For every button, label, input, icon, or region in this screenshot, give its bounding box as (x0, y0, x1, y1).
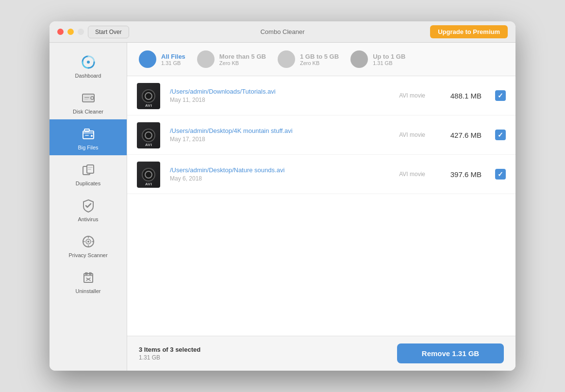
filter-circle-5gb (197, 50, 215, 68)
sidebar: Dashboard Disk Cleaner (50, 43, 127, 371)
file-checkbox[interactable]: ✓ (495, 90, 506, 101)
duplicates-icon (80, 161, 97, 179)
sidebar-item-disk-cleaner[interactable]: Disk Cleaner (50, 83, 127, 119)
file-type-label: AVI (137, 182, 160, 186)
file-type-label: AVI (137, 143, 160, 147)
title-bar: Start Over Combo Cleaner Upgrade to Prem… (50, 21, 515, 43)
filter-1to5gb[interactable]: 1 GB to 5 GB Zero KB (278, 50, 339, 68)
window-title: Combo Cleaner (260, 28, 304, 35)
file-type: AVI movie (399, 92, 425, 99)
svg-point-8 (91, 135, 93, 137)
checkmark-icon: ✓ (498, 92, 503, 99)
file-path[interactable]: /Users/admin/Desktop/Nature sounds.avi (170, 166, 391, 174)
filter-up1gb-size: 1.31 GB (373, 60, 405, 66)
maximize-button (78, 29, 84, 35)
upgrade-button[interactable]: Upgrade to Premium (430, 25, 508, 38)
sidebar-label-privacy-scanner: Privacy Scanner (68, 252, 107, 258)
quicktime-inner (145, 131, 152, 139)
filter-circle-all (139, 50, 156, 68)
file-path[interactable]: /Users/admin/Desktop/4K mountain stuff.a… (170, 127, 391, 134)
app-window: Start Over Combo Cleaner Upgrade to Prem… (50, 21, 515, 371)
file-checkbox[interactable]: ✓ (495, 169, 506, 180)
file-type: AVI movie (399, 171, 425, 178)
svg-rect-12 (88, 167, 93, 168)
traffic-lights (57, 29, 84, 35)
svg-point-0 (87, 61, 90, 64)
filter-1to5gb-size: Zero KB (300, 60, 339, 66)
file-info: /Users/admin/Desktop/4K mountain stuff.a… (170, 127, 391, 143)
quicktime-logo (142, 89, 155, 103)
big-files-icon (80, 125, 97, 143)
file-type: AVI movie (399, 131, 425, 138)
sidebar-item-duplicates[interactable]: Duplicates (50, 155, 127, 191)
filter-all-files[interactable]: All Files 1.31 GB (139, 50, 185, 68)
quicktime-inner (145, 92, 152, 100)
sidebar-label-disk-cleaner: Disk Cleaner (73, 109, 103, 114)
checkmark-icon: ✓ (498, 131, 503, 139)
filter-circle-up1gb (350, 50, 368, 68)
filter-5gb[interactable]: More than 5 GB Zero KB (197, 50, 266, 68)
sidebar-item-dashboard[interactable]: Dashboard (50, 48, 127, 83)
file-info: /Users/admin/Downloads/Tutorials.avi May… (170, 88, 391, 103)
uninstaller-icon (80, 269, 97, 286)
svg-point-16 (87, 241, 89, 243)
main-layout: Dashboard Disk Cleaner (50, 43, 515, 371)
file-icon-wrapper: AVI (137, 162, 162, 187)
svg-rect-7 (84, 129, 89, 131)
file-icon: AVI (137, 83, 160, 109)
minimize-button[interactable] (67, 29, 74, 35)
file-date: May 6, 2018 (170, 175, 391, 182)
file-size: 427.6 MB (443, 131, 482, 139)
file-icon: AVI (137, 162, 160, 188)
privacy-scanner-icon (80, 233, 97, 250)
filter-5gb-size: Zero KB (219, 60, 266, 66)
file-list: AVI /Users/admin/Downloads/Tutorials.avi… (127, 76, 515, 336)
table-row: AVI /Users/admin/Desktop/Nature sounds.a… (127, 155, 515, 194)
checkmark-icon: ✓ (498, 170, 503, 178)
filter-1to5gb-label: 1 GB to 5 GB (300, 53, 339, 60)
selected-size: 1.31 GB (139, 354, 397, 361)
quicktime-logo (142, 129, 155, 142)
file-icon-wrapper: AVI (137, 83, 162, 108)
svg-rect-5 (84, 99, 88, 100)
empty-area (127, 194, 515, 291)
close-button[interactable] (57, 29, 64, 35)
svg-rect-21 (84, 274, 93, 282)
filter-up1gb-label: Up to 1 GB (373, 53, 405, 60)
filter-all-size: 1.31 GB (161, 60, 185, 66)
filter-up1gb[interactable]: Up to 1 GB 1.31 GB (350, 50, 405, 68)
sidebar-label-antivirus: Antivirus (78, 216, 98, 222)
bottom-info: 3 Items of 3 selected 1.31 GB (139, 346, 397, 361)
svg-rect-13 (88, 169, 91, 170)
filter-bar: All Files 1.31 GB More than 5 GB Zero KB… (127, 43, 515, 76)
sidebar-label-big-files: Big Files (78, 145, 98, 150)
file-date: May 17, 2018 (170, 136, 391, 143)
sidebar-item-uninstaller[interactable]: Uninstaller (50, 263, 127, 299)
sidebar-label-duplicates: Duplicates (76, 180, 100, 186)
selected-count: 3 Items of 3 selected (139, 346, 397, 353)
file-info: /Users/admin/Desktop/Nature sounds.avi M… (170, 166, 391, 182)
sidebar-label-dashboard: Dashboard (75, 73, 101, 79)
file-size: 488.1 MB (443, 92, 482, 100)
quicktime-logo (142, 168, 155, 181)
remove-button[interactable]: Remove 1.31 GB (397, 343, 504, 363)
filter-all-label: All Files (161, 53, 185, 60)
sidebar-item-privacy-scanner[interactable]: Privacy Scanner (50, 227, 127, 263)
dashboard-icon (80, 53, 97, 71)
file-icon-wrapper: AVI (137, 122, 162, 147)
file-icon: AVI (137, 122, 160, 148)
content-area: All Files 1.31 GB More than 5 GB Zero KB… (127, 43, 515, 371)
sidebar-item-antivirus[interactable]: Antivirus (50, 191, 127, 227)
file-type-label: AVI (137, 103, 160, 108)
filter-5gb-label: More than 5 GB (219, 53, 266, 60)
start-over-button[interactable]: Start Over (88, 26, 129, 38)
table-row: AVI /Users/admin/Downloads/Tutorials.avi… (127, 76, 515, 115)
sidebar-item-big-files[interactable]: Big Files (50, 119, 127, 155)
filter-circle-1to5gb (278, 50, 295, 68)
sidebar-label-uninstaller: Uninstaller (76, 288, 101, 294)
file-size: 397.6 MB (443, 170, 482, 179)
file-checkbox[interactable]: ✓ (495, 130, 506, 140)
disk-cleaner-icon (80, 89, 97, 107)
file-path[interactable]: /Users/admin/Downloads/Tutorials.avi (170, 88, 391, 95)
svg-rect-9 (85, 135, 89, 136)
